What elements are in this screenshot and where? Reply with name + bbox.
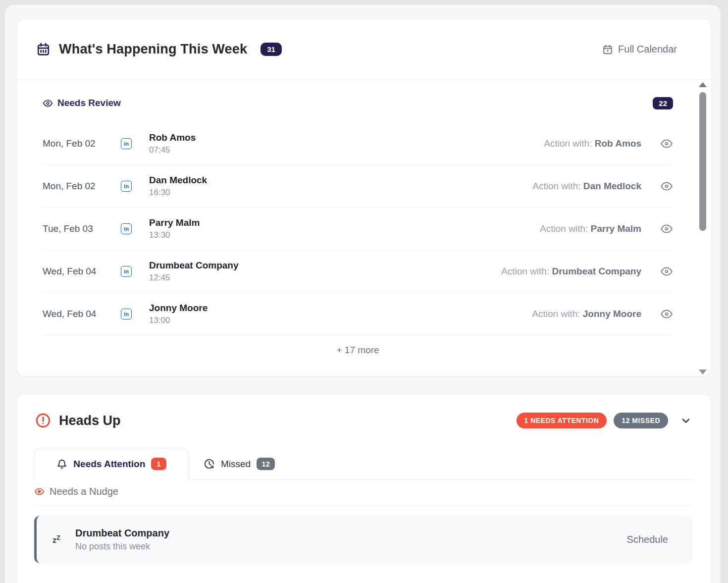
- linkedin-icon: in: [121, 266, 149, 277]
- event-name: Drumbeat Company: [149, 260, 501, 271]
- eye-icon[interactable]: [660, 222, 673, 235]
- event-date: Wed, Feb 04: [43, 266, 121, 277]
- eye-icon[interactable]: [660, 180, 673, 193]
- scrollbar-thumb[interactable]: [699, 92, 706, 231]
- calendar-icon: [36, 42, 51, 56]
- needs-nudge-header: Needs a Nudge: [34, 491, 693, 506]
- nudge-status-text: No posts this week: [75, 541, 627, 552]
- needs-review-header: Needs Review 22: [43, 96, 673, 110]
- main-panel: What's Happening This Week 31 Full Calen…: [5, 5, 721, 583]
- event-time: 07:45: [149, 145, 544, 155]
- calendar-small-icon: [602, 44, 613, 55]
- bell-icon: [56, 459, 67, 470]
- event-date: Wed, Feb 04: [43, 309, 121, 319]
- week-count-badge: 31: [260, 43, 282, 56]
- event-row[interactable]: Mon, Feb 02 in Rob Amos 07:45 Action wit…: [43, 122, 673, 165]
- linkedin-icon: in: [121, 181, 149, 192]
- schedule-button[interactable]: Schedule: [627, 534, 668, 545]
- more-events-row: + 17 more: [43, 335, 673, 365]
- tabs-strip: Needs Attention 1 Missed 12: [34, 448, 693, 480]
- clock-x-icon: [204, 458, 215, 470]
- full-calendar-button[interactable]: Full Calendar: [602, 44, 677, 55]
- scrollbar[interactable]: [697, 82, 708, 374]
- eye-check-icon: [43, 98, 53, 108]
- week-card-body: Needs Review 22 Mon, Feb 02 in Rob Amos …: [17, 96, 711, 365]
- page-title: What's Happening This Week: [59, 42, 247, 57]
- more-events-label[interactable]: + 17 more: [336, 345, 379, 356]
- needs-attention-pill: 1 NEEDS ATTENTION: [517, 413, 607, 428]
- alert-circle-icon: [35, 413, 51, 428]
- heads-up-header: Heads Up 1 NEEDS ATTENTION 12 MISSED: [17, 394, 711, 447]
- event-time: 12:45: [149, 273, 501, 283]
- eye-icon[interactable]: [660, 137, 673, 150]
- tab-needs-attention[interactable]: Needs Attention 1: [34, 448, 189, 480]
- eye-red-icon: [34, 486, 45, 497]
- event-name: Rob Amos: [149, 132, 544, 143]
- tab-missed[interactable]: Missed 12: [189, 448, 290, 480]
- tab-missed-badge: 12: [257, 458, 275, 470]
- event-row[interactable]: Tue, Feb 03 in Parry Malm 13:30 Action w…: [43, 208, 673, 250]
- event-date: Mon, Feb 02: [43, 181, 121, 192]
- scroll-up-arrow-icon[interactable]: [699, 82, 707, 87]
- missed-pill: 12 MISSED: [614, 413, 668, 428]
- linkedin-icon: in: [121, 138, 149, 149]
- event-action: Action with: Rob Amos: [544, 138, 641, 149]
- tab-missed-label: Missed: [221, 459, 251, 470]
- linkedin-icon: in: [121, 309, 149, 319]
- scroll-down-arrow-icon[interactable]: [699, 370, 707, 374]
- sleep-icon: zZ: [52, 534, 75, 545]
- event-row[interactable]: Wed, Feb 04 in Drumbeat Company 12:45 Ac…: [43, 250, 673, 293]
- heads-up-card: Heads Up 1 NEEDS ATTENTION 12 MISSED: [16, 394, 712, 583]
- linkedin-icon: in: [121, 223, 149, 234]
- nudge-item[interactable]: zZ Drumbeat Company No posts this week S…: [34, 516, 693, 563]
- event-time: 13:30: [149, 230, 540, 240]
- event-date: Tue, Feb 03: [43, 223, 121, 234]
- event-row[interactable]: Mon, Feb 02 in Dan Medlock 16:30 Action …: [43, 165, 673, 208]
- week-card-header: What's Happening This Week 31 Full Calen…: [17, 19, 711, 80]
- event-action: Action with: Drumbeat Company: [501, 266, 641, 277]
- event-action: Action with: Dan Medlock: [532, 181, 641, 192]
- event-row[interactable]: Wed, Feb 04 in Jonny Moore 13:00 Action …: [43, 293, 673, 335]
- nudge-company-name: Drumbeat Company: [75, 528, 627, 539]
- event-action: Action with: Jonny Moore: [532, 309, 641, 319]
- event-name: Parry Malm: [149, 217, 540, 228]
- full-calendar-label: Full Calendar: [618, 44, 677, 55]
- whats-happening-card: What's Happening This Week 31 Full Calen…: [16, 19, 712, 376]
- eye-icon[interactable]: [660, 265, 673, 278]
- event-name: Jonny Moore: [149, 303, 532, 314]
- needs-nudge-label: Needs a Nudge: [50, 486, 118, 497]
- event-name: Dan Medlock: [149, 175, 532, 186]
- needs-review-label: Needs Review: [57, 98, 121, 108]
- collapse-button[interactable]: [680, 415, 692, 426]
- events-list: Mon, Feb 02 in Rob Amos 07:45 Action wit…: [43, 122, 673, 335]
- needs-review-count-badge: 22: [653, 97, 673, 109]
- heads-up-title: Heads Up: [59, 413, 121, 428]
- event-action: Action with: Parry Malm: [540, 223, 641, 234]
- eye-icon[interactable]: [660, 308, 673, 320]
- tab-needs-attention-label: Needs Attention: [73, 459, 145, 470]
- event-time: 16:30: [149, 188, 532, 198]
- event-date: Mon, Feb 02: [43, 138, 121, 149]
- chevron-down-icon: [680, 415, 692, 426]
- tab-needs-attention-badge: 1: [151, 458, 166, 470]
- event-time: 13:00: [149, 316, 532, 325]
